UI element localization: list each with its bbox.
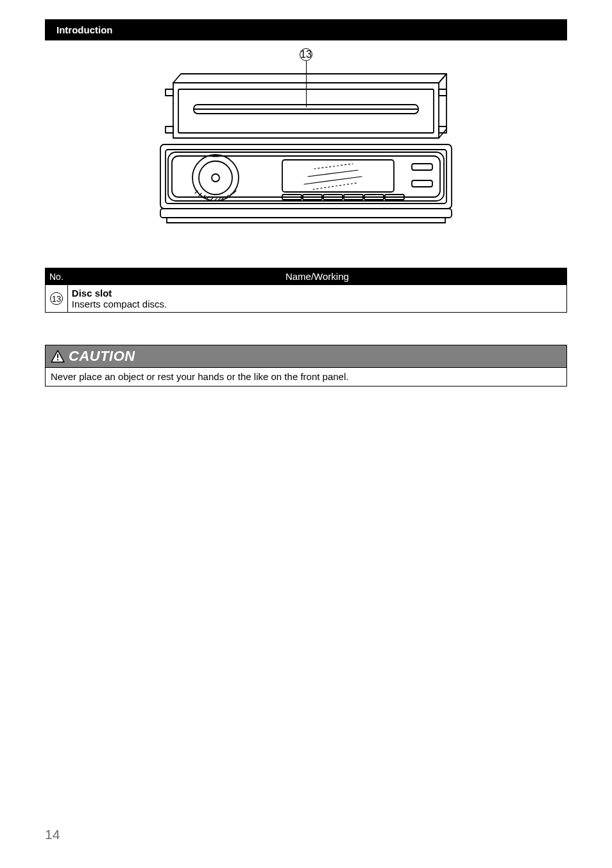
svg-rect-12 (160, 144, 452, 209)
section-header: Introduction (45, 19, 567, 40)
section-title: Introduction (56, 24, 556, 35)
table-row: 13 Disc slot Inserts compact discs. (46, 285, 567, 313)
caution-text: Never place an object or rest your hands… (46, 368, 566, 386)
svg-rect-37 (412, 180, 432, 187)
svg-marker-1 (173, 83, 439, 138)
caution-box: CAUTION Never place an object or rest yo… (45, 345, 567, 386)
warning-icon (51, 350, 65, 363)
col-header-name-working: Name/Working (67, 268, 566, 285)
svg-rect-31 (282, 160, 394, 192)
svg-rect-44 (160, 209, 452, 218)
svg-line-33 (308, 170, 358, 177)
svg-point-17 (199, 161, 232, 195)
caution-title: CAUTION (69, 348, 135, 365)
col-header-no: No. (46, 268, 68, 285)
svg-rect-9 (178, 89, 434, 133)
svg-rect-36 (412, 164, 432, 170)
page-number: 14 (45, 827, 60, 842)
part-description: Inserts compact discs. (72, 299, 563, 309)
svg-rect-49 (57, 354, 58, 358)
svg-line-23 (210, 198, 213, 200)
cd-player-illustration (157, 67, 455, 241)
caution-header: CAUTION (46, 345, 566, 368)
svg-marker-0 (173, 74, 446, 83)
part-name: Disc slot (72, 288, 563, 299)
row-number-13: 13 (50, 292, 63, 305)
svg-point-18 (212, 174, 219, 182)
svg-rect-5 (166, 89, 173, 96)
svg-line-34 (304, 177, 362, 184)
svg-line-32 (314, 164, 353, 169)
svg-line-3 (439, 129, 446, 138)
callout-number-13: 13 (300, 48, 312, 61)
svg-rect-6 (166, 126, 173, 133)
device-diagram: 13 (45, 48, 567, 241)
parts-table: No. Name/Working 13 Disc slot Inserts co… (45, 268, 567, 313)
svg-line-35 (313, 183, 357, 189)
svg-rect-7 (439, 89, 446, 96)
svg-line-2 (439, 74, 446, 83)
svg-rect-50 (57, 360, 58, 361)
